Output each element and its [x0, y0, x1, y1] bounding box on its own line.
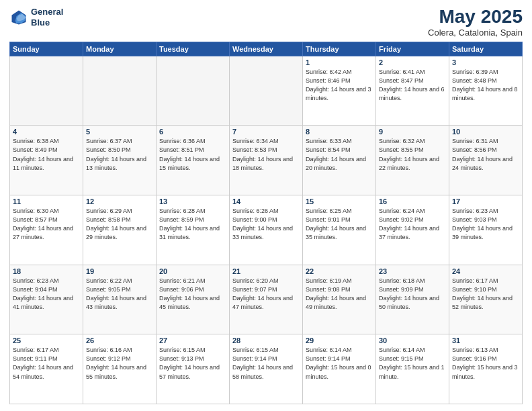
- calendar-cell: 25Sunrise: 6:17 AM Sunset: 9:11 PM Dayli…: [10, 334, 83, 404]
- calendar-week-0: 1Sunrise: 6:42 AM Sunset: 8:46 PM Daylig…: [10, 56, 523, 126]
- day-info: Sunrise: 6:34 AM Sunset: 8:53 PM Dayligh…: [232, 137, 300, 172]
- day-info: Sunrise: 6:16 AM Sunset: 9:12 PM Dayligh…: [86, 346, 153, 381]
- day-number: 8: [306, 128, 373, 136]
- day-info: Sunrise: 6:13 AM Sunset: 9:16 PM Dayligh…: [452, 346, 519, 381]
- day-number: 25: [13, 336, 80, 345]
- day-number: 1: [306, 58, 373, 66]
- calendar-cell: 16Sunrise: 6:24 AM Sunset: 9:02 PM Dayli…: [376, 195, 449, 265]
- day-number: 16: [379, 197, 446, 205]
- day-number: 21: [232, 267, 300, 275]
- day-number: 24: [452, 267, 519, 275]
- day-number: 17: [452, 197, 519, 205]
- calendar-cell: 10Sunrise: 6:31 AM Sunset: 8:56 PM Dayli…: [449, 126, 523, 195]
- day-number: 7: [232, 128, 300, 136]
- calendar-cell: 17Sunrise: 6:23 AM Sunset: 9:03 PM Dayli…: [449, 195, 523, 265]
- calendar-cell: 28Sunrise: 6:15 AM Sunset: 9:14 PM Dayli…: [230, 334, 303, 404]
- calendar-cell: 24Sunrise: 6:17 AM Sunset: 9:10 PM Dayli…: [449, 265, 523, 334]
- page: General Blue May 2025 Colera, Catalonia,…: [0, 0, 532, 411]
- day-info: Sunrise: 6:42 AM Sunset: 8:46 PM Dayligh…: [306, 68, 373, 103]
- calendar-cell: 5Sunrise: 6:37 AM Sunset: 8:50 PM Daylig…: [83, 126, 157, 195]
- calendar-cell: [230, 56, 303, 126]
- day-number: 2: [379, 58, 446, 66]
- subtitle: Colera, Catalonia, Spain: [428, 28, 523, 38]
- day-number: 4: [13, 128, 80, 136]
- weekday-header-saturday: Saturday: [449, 42, 523, 56]
- day-info: Sunrise: 6:23 AM Sunset: 9:03 PM Dayligh…: [452, 207, 519, 242]
- day-info: Sunrise: 6:41 AM Sunset: 8:47 PM Dayligh…: [379, 68, 446, 103]
- day-info: Sunrise: 6:33 AM Sunset: 8:54 PM Dayligh…: [306, 137, 373, 172]
- day-number: 9: [379, 128, 446, 136]
- day-number: 13: [159, 197, 226, 205]
- calendar-cell: 6Sunrise: 6:36 AM Sunset: 8:51 PM Daylig…: [157, 126, 230, 195]
- day-number: 3: [452, 58, 519, 66]
- calendar-cell: 2Sunrise: 6:41 AM Sunset: 8:47 PM Daylig…: [376, 56, 449, 126]
- calendar-cell: 31Sunrise: 6:13 AM Sunset: 9:16 PM Dayli…: [449, 334, 523, 404]
- title-block: May 2025 Colera, Catalonia, Spain: [428, 7, 523, 38]
- day-info: Sunrise: 6:25 AM Sunset: 9:01 PM Dayligh…: [306, 207, 373, 242]
- day-number: 10: [452, 128, 519, 136]
- day-info: Sunrise: 6:19 AM Sunset: 9:08 PM Dayligh…: [306, 277, 373, 312]
- weekday-header-monday: Monday: [83, 42, 157, 56]
- weekday-header-friday: Friday: [376, 42, 449, 56]
- day-number: 18: [13, 267, 80, 275]
- day-number: 30: [379, 336, 446, 345]
- calendar-week-4: 25Sunrise: 6:17 AM Sunset: 9:11 PM Dayli…: [10, 334, 523, 404]
- calendar-cell: 21Sunrise: 6:20 AM Sunset: 9:07 PM Dayli…: [230, 265, 303, 334]
- day-info: Sunrise: 6:15 AM Sunset: 9:13 PM Dayligh…: [159, 346, 226, 381]
- calendar-cell: 20Sunrise: 6:21 AM Sunset: 9:06 PM Dayli…: [157, 265, 230, 334]
- day-info: Sunrise: 6:18 AM Sunset: 9:09 PM Dayligh…: [379, 277, 446, 312]
- day-number: 15: [306, 197, 373, 205]
- calendar-week-1: 4Sunrise: 6:38 AM Sunset: 8:49 PM Daylig…: [10, 126, 523, 195]
- day-info: Sunrise: 6:39 AM Sunset: 8:48 PM Dayligh…: [452, 68, 519, 103]
- calendar-week-2: 11Sunrise: 6:30 AM Sunset: 8:57 PM Dayli…: [10, 195, 523, 265]
- calendar-cell: 13Sunrise: 6:28 AM Sunset: 8:59 PM Dayli…: [157, 195, 230, 265]
- logo-icon: [9, 8, 28, 27]
- weekday-header-sunday: Sunday: [10, 42, 83, 56]
- calendar-cell: 23Sunrise: 6:18 AM Sunset: 9:09 PM Dayli…: [376, 265, 449, 334]
- day-number: 6: [159, 128, 226, 136]
- day-info: Sunrise: 6:15 AM Sunset: 9:14 PM Dayligh…: [232, 346, 300, 381]
- day-info: Sunrise: 6:22 AM Sunset: 9:05 PM Dayligh…: [86, 277, 153, 312]
- calendar-cell: 14Sunrise: 6:26 AM Sunset: 9:00 PM Dayli…: [230, 195, 303, 265]
- day-number: 22: [306, 267, 373, 275]
- day-info: Sunrise: 6:26 AM Sunset: 9:00 PM Dayligh…: [232, 207, 300, 242]
- calendar-cell: 3Sunrise: 6:39 AM Sunset: 8:48 PM Daylig…: [449, 56, 523, 126]
- calendar-cell: 8Sunrise: 6:33 AM Sunset: 8:54 PM Daylig…: [303, 126, 376, 195]
- day-number: 12: [86, 197, 153, 205]
- day-info: Sunrise: 6:24 AM Sunset: 9:02 PM Dayligh…: [379, 207, 446, 242]
- weekday-header-wednesday: Wednesday: [230, 42, 303, 56]
- logo-text-blue: Blue: [31, 17, 63, 28]
- main-title: May 2025: [428, 7, 523, 28]
- day-info: Sunrise: 6:36 AM Sunset: 8:51 PM Dayligh…: [159, 137, 226, 172]
- day-number: 5: [86, 128, 153, 136]
- calendar-cell: 19Sunrise: 6:22 AM Sunset: 9:05 PM Dayli…: [83, 265, 157, 334]
- day-info: Sunrise: 6:31 AM Sunset: 8:56 PM Dayligh…: [452, 137, 519, 172]
- logo-text-general: General: [31, 7, 63, 17]
- day-number: 29: [306, 336, 373, 345]
- day-info: Sunrise: 6:20 AM Sunset: 9:07 PM Dayligh…: [232, 277, 300, 312]
- calendar-header: SundayMondayTuesdayWednesdayThursdayFrid…: [10, 42, 523, 56]
- calendar-cell: 9Sunrise: 6:32 AM Sunset: 8:55 PM Daylig…: [376, 126, 449, 195]
- calendar-cell: [10, 56, 83, 126]
- calendar-cell: 4Sunrise: 6:38 AM Sunset: 8:49 PM Daylig…: [10, 126, 83, 195]
- weekday-header-thursday: Thursday: [303, 42, 376, 56]
- day-info: Sunrise: 6:21 AM Sunset: 9:06 PM Dayligh…: [159, 277, 226, 312]
- day-number: 27: [159, 336, 226, 345]
- day-info: Sunrise: 6:14 AM Sunset: 9:15 PM Dayligh…: [379, 346, 446, 381]
- logo: General Blue: [9, 7, 63, 28]
- day-info: Sunrise: 6:30 AM Sunset: 8:57 PM Dayligh…: [13, 207, 80, 242]
- day-info: Sunrise: 6:37 AM Sunset: 8:50 PM Dayligh…: [86, 137, 153, 172]
- day-info: Sunrise: 6:17 AM Sunset: 9:10 PM Dayligh…: [452, 277, 519, 312]
- calendar-week-3: 18Sunrise: 6:23 AM Sunset: 9:04 PM Dayli…: [10, 265, 523, 334]
- calendar-cell: 18Sunrise: 6:23 AM Sunset: 9:04 PM Dayli…: [10, 265, 83, 334]
- weekday-header-row: SundayMondayTuesdayWednesdayThursdayFrid…: [10, 42, 523, 56]
- calendar-cell: 12Sunrise: 6:29 AM Sunset: 8:58 PM Dayli…: [83, 195, 157, 265]
- day-number: 11: [13, 197, 80, 205]
- calendar-body: 1Sunrise: 6:42 AM Sunset: 8:46 PM Daylig…: [10, 56, 523, 404]
- day-number: 31: [452, 336, 519, 345]
- day-number: 23: [379, 267, 446, 275]
- calendar-cell: 15Sunrise: 6:25 AM Sunset: 9:01 PM Dayli…: [303, 195, 376, 265]
- day-info: Sunrise: 6:28 AM Sunset: 8:59 PM Dayligh…: [159, 207, 226, 242]
- day-info: Sunrise: 6:29 AM Sunset: 8:58 PM Dayligh…: [86, 207, 153, 242]
- day-info: Sunrise: 6:23 AM Sunset: 9:04 PM Dayligh…: [13, 277, 80, 312]
